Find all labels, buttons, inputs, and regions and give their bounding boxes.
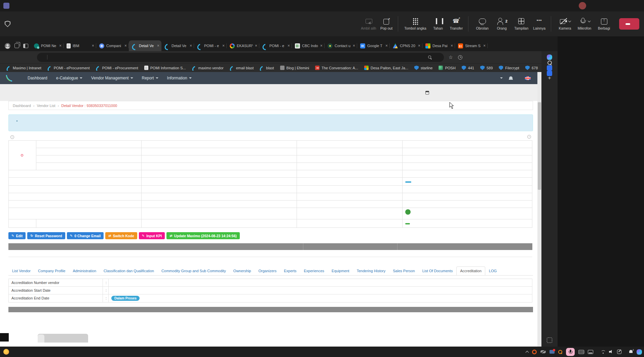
toolbar-button[interactable]: Berbagi — [594, 16, 614, 32]
bookmark-item[interactable]: POMI Information S... — [142, 65, 188, 71]
touch-keyboard-icon[interactable] — [578, 350, 584, 354]
browser-tab[interactable]: Desa Pai × — [422, 40, 455, 51]
bookmark-item[interactable]: Filecrypt — [496, 65, 522, 71]
toolbar-button[interactable]: Tampilan — [512, 16, 531, 32]
bookmark-item[interactable]: POSH — [436, 65, 458, 71]
toolbar-button[interactable]: Tombol angka — [402, 16, 428, 32]
browser-tab[interactable]: IBM × — [64, 40, 96, 51]
toolbar-button[interactable]: Pop out — [378, 16, 398, 32]
browser-tab[interactable]: POMI Ne × — [31, 40, 64, 51]
toolbar-button[interactable]: Tahan — [428, 16, 448, 32]
breadcrumb-item[interactable]: Dashboard — [13, 104, 31, 108]
toolbar-button[interactable]: Obrolan — [472, 16, 492, 32]
tab-close-icon[interactable]: × — [190, 43, 192, 48]
sidebar-icon[interactable] — [547, 337, 552, 343]
action-button[interactable]: ✎ Edit — [8, 232, 26, 239]
bookmark-item[interactable]: Blog | Efemini — [278, 65, 312, 71]
weather-widget[interactable] — [0, 349, 11, 355]
eproc-brand[interactable] — [5, 74, 15, 82]
chevron-down-icon[interactable] — [568, 19, 571, 22]
history-icon[interactable] — [458, 55, 462, 60]
bookmark-item[interactable]: Desa Paiton, East Ja... — [362, 65, 411, 71]
browser-tab[interactable]: CPNS 20 × — [390, 40, 422, 51]
bookmark-item[interactable]: 589 — [478, 65, 495, 71]
detail-tab[interactable]: List Vendor — [8, 266, 34, 275]
volume-icon[interactable] — [609, 350, 613, 354]
menu-item[interactable]: Information — [167, 76, 192, 80]
tab-close-icon[interactable]: × — [92, 43, 94, 48]
bookmark-item[interactable]: Maximo | Intranet — [4, 65, 44, 71]
bookmark-item[interactable]: email blast — [227, 65, 256, 71]
sidebar-icon[interactable] — [547, 76, 552, 81]
tab-close-icon[interactable]: × — [320, 43, 323, 48]
menu-item[interactable]: Vendor Management — [91, 76, 133, 80]
bookmark-item[interactable]: starline — [412, 65, 435, 71]
bookmark-item[interactable]: POMI - eProcurement — [45, 65, 92, 71]
avatar[interactable] — [579, 2, 586, 9]
tab-close-icon[interactable]: × — [255, 43, 257, 48]
browser-tab[interactable]: Google T × — [357, 40, 390, 51]
breadcrumb-item[interactable]: Detail Vendor : 938350337011000 — [55, 104, 117, 108]
browser-tab[interactable]: EKASURY × — [227, 40, 259, 51]
browser-profile-icon[interactable] — [5, 43, 10, 49]
detail-tab[interactable]: List Of Documents — [419, 266, 456, 275]
toolbar-button[interactable]: Kamera — [555, 16, 575, 32]
detail-tab[interactable]: Classification dan Qualification — [100, 266, 158, 275]
detail-tab[interactable]: LOG — [485, 266, 500, 275]
sidebar-icon[interactable] — [547, 60, 552, 65]
onedrive-paused-icon[interactable] — [540, 350, 546, 353]
search-tool-icon[interactable] — [558, 350, 562, 354]
bookmark-item[interactable]: The Conversation: A... — [313, 65, 361, 71]
menu-item[interactable]: Report — [142, 76, 158, 80]
pen-icon[interactable] — [617, 350, 621, 354]
wifi-icon[interactable] — [601, 350, 605, 354]
page-scrollbar[interactable] — [537, 72, 541, 357]
browser-tab[interactable]: Stream S × — [455, 40, 488, 51]
touchpad-icon[interactable] — [588, 350, 593, 354]
browser-tab[interactable]: POMI - e × — [194, 40, 227, 51]
tab-close-icon[interactable]: × — [59, 43, 62, 48]
browser-tab[interactable]: Contact u × — [325, 40, 357, 51]
detail-tab[interactable]: Experts — [280, 266, 300, 275]
notifications-dnd-icon[interactable] — [629, 350, 633, 354]
tab-search-icon[interactable] — [23, 44, 28, 48]
tab-close-icon[interactable]: × — [157, 43, 159, 48]
action-button[interactable]: ↻ Reset Password — [27, 232, 65, 239]
action-button[interactable]: ⇄ Update Maximo (2024-08-23 14:24:56) — [166, 232, 240, 239]
toolbar-button[interactable]: Ambil alih — [359, 16, 378, 32]
browser-tab[interactable]: Compani × — [96, 40, 129, 51]
detail-tab[interactable]: Accreditation — [456, 266, 485, 275]
goto-menu[interactable] — [498, 77, 503, 79]
detail-tab[interactable]: Commodity Group and Sub Commodity — [158, 266, 230, 275]
tab-close-icon[interactable]: × — [124, 43, 127, 48]
bookmark-item[interactable]: 678 — [523, 65, 540, 71]
bell-icon[interactable] — [509, 76, 513, 80]
background-tab[interactable] — [38, 334, 44, 343]
favorites-list-icon[interactable]: ☆ — [449, 55, 453, 60]
detail-tab[interactable]: Sales Person — [389, 266, 418, 275]
tray-expand-icon[interactable] — [526, 351, 529, 354]
browser-tab[interactable]: POMI - e × — [259, 40, 292, 51]
browser-tab[interactable]: CBC Indo × — [292, 40, 325, 51]
toolbar-button[interactable]: 2 Orang — [492, 16, 512, 32]
breadcrumb-item[interactable]: Vendor List — [31, 104, 55, 108]
tab-groups-icon[interactable] — [14, 43, 19, 48]
recording-icon[interactable] — [532, 350, 537, 354]
folder-alert-icon[interactable] — [550, 350, 555, 354]
bookmark-item[interactable]: POMI - eProcurement — [93, 65, 141, 71]
tab-close-icon[interactable]: × — [418, 43, 420, 48]
action-button[interactable]: ✎ Input KPI — [139, 232, 165, 239]
detail-tab[interactable]: Administration — [69, 266, 100, 275]
detail-tab[interactable]: Experiences — [300, 266, 328, 275]
toolbar-button[interactable]: Lainnya — [531, 16, 551, 32]
menu-item[interactable]: Dashboard — [28, 76, 47, 80]
sidebar-icon[interactable] — [547, 55, 552, 60]
menu-item[interactable]: e-Catalogue — [56, 76, 82, 80]
action-button[interactable]: ✎ 0 Change Email — [67, 232, 104, 239]
tab-close-icon[interactable]: × — [385, 43, 388, 48]
leave-call-button[interactable] — [619, 18, 639, 30]
tab-close-icon[interactable]: × — [451, 43, 453, 48]
scrollbar-thumb[interactable] — [538, 102, 541, 190]
previous-link[interactable]: ‹ — [9, 135, 15, 139]
detail-tab[interactable]: Company Profile — [34, 266, 69, 275]
